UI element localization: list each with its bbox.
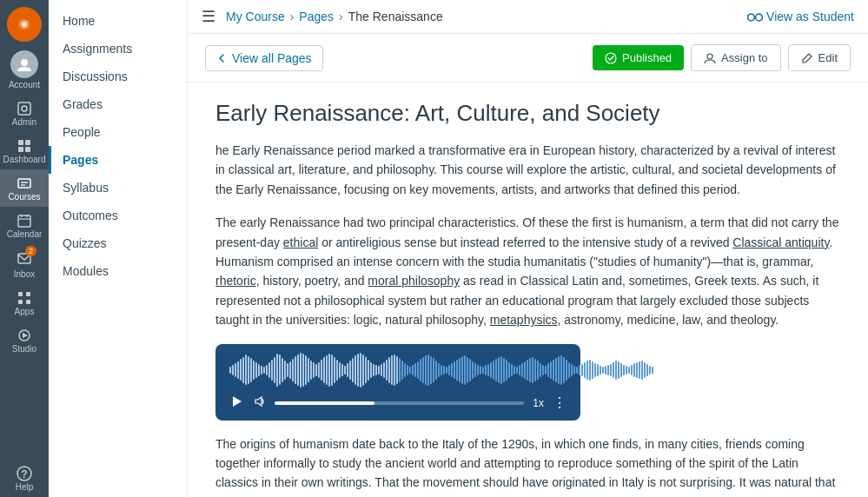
svg-rect-9 <box>18 179 30 188</box>
chevron-left-icon <box>216 53 227 63</box>
page-toolbar: View all Pages Published Assign to <box>188 34 868 83</box>
sidebar-item-outcomes[interactable]: Outcomes <box>49 202 187 229</box>
audio-controls: 1x ⋮ <box>229 394 567 412</box>
svg-point-26 <box>756 14 763 21</box>
svg-point-1 <box>22 22 27 27</box>
rail-admin-label: Admin <box>12 117 36 127</box>
audio-waveform <box>229 353 567 388</box>
breadcrumb-my-course[interactable]: My Course <box>226 10 285 23</box>
svg-rect-19 <box>18 300 23 304</box>
svg-rect-18 <box>26 292 30 296</box>
sidebar-item-people[interactable]: People <box>49 118 187 146</box>
rail-item-studio[interactable]: Studio <box>0 321 49 359</box>
speed-button[interactable]: 1x <box>533 397 544 409</box>
svg-rect-7 <box>18 147 23 152</box>
content-area: View all Pages Published Assign to <box>188 34 868 497</box>
rail-item-inbox[interactable]: 2 Inbox <box>0 244 49 284</box>
person-icon <box>704 52 716 64</box>
rail-courses-label: Courses <box>8 192 40 202</box>
svg-rect-17 <box>18 292 23 296</box>
rail-item-courses[interactable]: Courses <box>0 169 49 207</box>
edit-icon <box>801 52 813 64</box>
play-button[interactable] <box>229 394 243 412</box>
edit-button[interactable]: Edit <box>788 44 851 71</box>
sidebar-item-home[interactable]: Home <box>49 7 187 35</box>
more-options-button[interactable]: ⋮ <box>553 394 567 411</box>
rail-inbox-label: Inbox <box>14 269 35 279</box>
view-all-pages-button[interactable]: View all Pages <box>205 45 323 71</box>
check-circle-icon <box>605 52 617 64</box>
rail-item-help[interactable]: ? Help <box>0 460 49 497</box>
svg-line-28 <box>748 15 749 17</box>
avatar <box>10 50 38 78</box>
breadcrumb-current: The Renaissance <box>348 10 443 23</box>
studio-icon <box>16 327 33 344</box>
calendar-icon <box>16 212 33 229</box>
topbar: ☰ My Course › Pages › The Renaissance Vi… <box>188 0 868 34</box>
rail-dashboard-label: Dashboard <box>3 155 46 164</box>
svg-marker-22 <box>23 333 28 338</box>
svg-point-30 <box>707 54 712 59</box>
sidebar-item-grades[interactable]: Grades <box>49 90 187 118</box>
audio-player: 1x ⋮ <box>215 344 580 421</box>
help-icon: ? <box>16 465 33 482</box>
topbar-right: View as Student <box>747 10 854 23</box>
volume-button[interactable] <box>252 394 266 411</box>
breadcrumb-sep-1: › <box>290 10 295 23</box>
svg-rect-3 <box>18 103 30 115</box>
rail-account-label: Account <box>9 80 40 89</box>
play-icon <box>229 394 243 408</box>
paragraph-1: he Early Renaissance period marked a tra… <box>215 141 840 199</box>
sidebar-item-assignments[interactable]: Assignments <box>49 35 187 63</box>
sidebar-item-modules[interactable]: Modules <box>49 257 187 285</box>
breadcrumb: My Course › Pages › The Renaissance <box>226 10 443 23</box>
view-as-student-link[interactable]: View as Student <box>747 10 854 23</box>
rail-studio-label: Studio <box>12 344 36 354</box>
inbox-badge: 2 <box>25 246 36 256</box>
volume-icon <box>252 394 266 408</box>
svg-marker-31 <box>233 396 242 407</box>
rail-help-label: Help <box>16 482 34 492</box>
page-title: Early Renaissance: Art, Culture, and Soc… <box>215 100 840 127</box>
rail-apps-label: Apps <box>15 307 35 316</box>
audio-progress-fill <box>275 401 374 405</box>
left-rail: Account Admin Dashboard Courses <box>0 0 49 497</box>
courses-icon <box>16 175 33 192</box>
main-content: ☰ My Course › Pages › The Renaissance Vi… <box>188 0 868 497</box>
rail-calendar-label: Calendar <box>7 229 43 239</box>
hamburger-menu[interactable]: ☰ <box>202 7 215 26</box>
svg-rect-5 <box>18 140 23 145</box>
audio-progress-bar[interactable] <box>275 401 524 405</box>
rail-item-calendar[interactable]: Calendar <box>0 207 49 244</box>
paragraph-3: The origins of humanism date back to the… <box>215 434 840 497</box>
sidebar-item-quizzes[interactable]: Quizzes <box>49 229 187 257</box>
app-logo[interactable] <box>7 7 42 42</box>
page-content: Early Renaissance: Art, Culture, and Soc… <box>188 83 868 497</box>
rail-item-account[interactable]: Account <box>0 45 49 95</box>
sidebar-item-syllabus[interactable]: Syllabus <box>49 174 187 202</box>
svg-text:?: ? <box>21 468 27 480</box>
rail-item-dashboard[interactable]: Dashboard <box>0 132 49 169</box>
published-button[interactable]: Published <box>593 45 684 70</box>
course-sidebar: Home Assignments Discussions Grades Peop… <box>49 0 188 497</box>
view-as-student-label: View as Student <box>766 10 854 23</box>
breadcrumb-sep-2: › <box>339 10 343 23</box>
apps-icon <box>16 289 33 307</box>
svg-point-4 <box>22 106 27 111</box>
paragraph-2: The early Renaissance had two principal … <box>215 213 840 329</box>
svg-rect-12 <box>18 215 30 227</box>
admin-icon <box>16 100 33 117</box>
assign-to-button[interactable]: Assign to <box>691 44 780 71</box>
svg-rect-20 <box>26 300 30 304</box>
sidebar-item-discussions[interactable]: Discussions <box>49 63 187 90</box>
toolbar-right: Published Assign to Edit <box>593 44 851 71</box>
svg-rect-8 <box>25 147 30 152</box>
rail-item-apps[interactable]: Apps <box>0 284 49 321</box>
breadcrumb-pages[interactable]: Pages <box>299 10 334 23</box>
svg-point-2 <box>21 59 28 66</box>
glasses-icon <box>747 11 763 22</box>
svg-rect-6 <box>25 140 30 145</box>
rail-item-admin[interactable]: Admin <box>0 95 49 132</box>
sidebar-item-pages[interactable]: Pages <box>49 146 187 174</box>
dashboard-icon <box>16 137 33 155</box>
